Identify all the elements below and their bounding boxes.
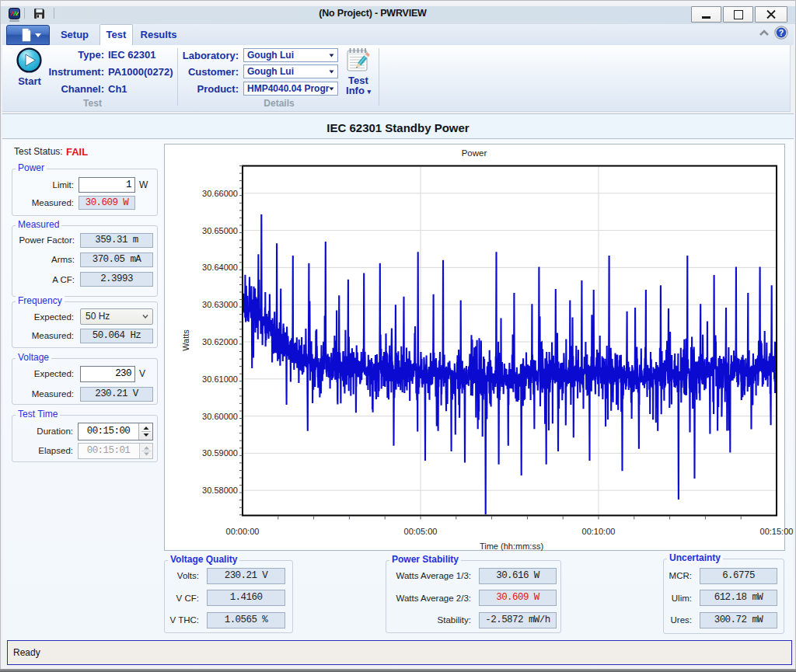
- svg-text:30.60000: 30.60000: [202, 412, 238, 421]
- svg-text:00:15:00: 00:15:00: [760, 527, 794, 536]
- svg-text:Time (hh:mm:ss): Time (hh:mm:ss): [480, 541, 543, 551]
- svg-text:30.63000: 30.63000: [202, 300, 238, 309]
- svg-text:00:00:00: 00:00:00: [226, 527, 260, 536]
- svg-text:Watts: Watts: [181, 329, 190, 351]
- svg-text:00:05:00: 00:05:00: [404, 527, 438, 536]
- svg-text:30.65000: 30.65000: [202, 226, 238, 235]
- svg-text:30.59000: 30.59000: [202, 448, 238, 458]
- svg-text:30.62000: 30.62000: [202, 337, 238, 346]
- svg-text:Power: Power: [462, 148, 487, 158]
- svg-text:30.61000: 30.61000: [202, 374, 238, 384]
- svg-text:00:10:00: 00:10:00: [582, 527, 616, 536]
- svg-text:30.64000: 30.64000: [202, 263, 238, 272]
- svg-text:30.66000: 30.66000: [202, 189, 238, 198]
- svg-text:30.58000: 30.58000: [202, 486, 238, 495]
- svg-text:?: ?: [779, 28, 784, 37]
